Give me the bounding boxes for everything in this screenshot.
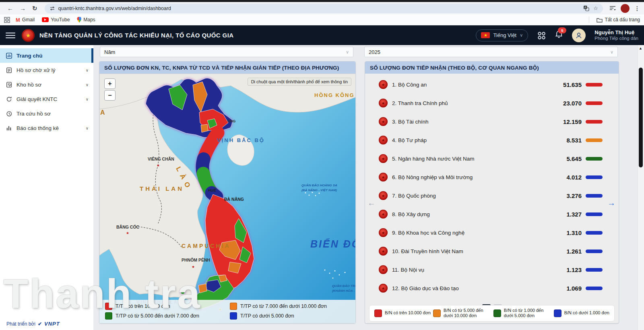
map-zoom-in-button[interactable]: + [104,78,116,89]
user-avatar[interactable] [572,29,586,42]
ministry-row[interactable]: ★ 10. Đài Truyền hình Việt Nam 1.261 [365,242,619,260]
sidebar-item-file-archive[interactable]: Kho hồ sơ ∨ [0,77,93,92]
ministry-emblem-icon: ★ [379,265,388,274]
sidebar-item-resolve-kntc[interactable]: Giải quyết KNTC ∨ [0,92,93,106]
ministry-value: 51.635 [563,81,582,88]
sidebar-item-statistics[interactable]: Báo cáo thống kê ∨ [0,121,93,135]
ministries-legend: B/N có trên 10.000 đơn B/N có từ 5.000 đ… [369,305,615,322]
ministry-row[interactable]: ★ 9. Bộ Khoa học và Công nghệ 1.310 [365,223,619,242]
browser-menu-icon[interactable]: ⋮ [634,5,640,12]
map-label-letter-a: A [100,109,105,116]
ministry-row[interactable]: ★ 5. Ngân hàng Nhà nước Việt Nam 5.645 [365,149,619,168]
ministry-emblem-icon: ★ [379,228,388,237]
legend-swatch [374,309,382,317]
ministry-value: 12.159 [563,118,582,125]
ministry-bar [586,83,603,87]
back-icon[interactable]: ← [7,5,13,12]
ministry-label: 5. Ngân hàng Nhà nước Việt Nam [392,156,475,162]
ministry-label: 8. Bộ Xây dựng [392,211,430,217]
ministry-row[interactable]: ★ 6. Bộ Nông nghiệp và Môi trường 4.012 [365,168,619,186]
ministry-row[interactable]: ★ 8. Bộ Xây dựng 1.327 [365,205,619,223]
user-info[interactable]: Nguyễn Thị Huệ Phòng Tiếp công dân [594,29,638,41]
url-text[interactable]: quantri-kntc.thanhtra.gov.vn/web/admin/d… [58,6,580,11]
ministry-label: 10. Đài Truyền hình Việt Nam [392,248,463,254]
ministry-emblem-icon: ★ [379,117,388,126]
browser-profile-avatar[interactable] [621,4,630,13]
ministry-label: 3. Bộ Tài chính [392,119,429,125]
map-legend-item: T/TP có trên 10.000 đơn [105,303,226,310]
ministry-row[interactable]: ★ 7. Bộ Quốc phòng 3.276 [365,186,619,205]
forward-icon[interactable]: → [20,5,26,12]
map-panel-title: SỐ LƯỢNG ĐƠN KN, TC, KNPA TỪ TCD VÀ TIẾP… [99,62,355,74]
scrollbar-thumb[interactable] [639,68,643,167]
filter-year-select[interactable]: 2025 ∨ [364,47,618,57]
language-selector[interactable]: ★ Tiếng Việt ∨ [476,29,528,41]
dashboard-icon [6,52,12,59]
legend-label: T/TP có trên 10.000 đơn [116,303,170,309]
map-legend-item: T/TP có từ 5.000 đến dưới 7.000 đơn [105,312,226,320]
ministry-row[interactable]: ★ 3. Bộ Tài chính 12.159 [365,112,619,131]
ministry-row[interactable]: ★ 4. Bộ Tư pháp 8.531 [365,131,619,149]
ministry-bar [586,175,603,179]
all-bookmarks-button[interactable]: Tất cả dấu trang [584,16,640,23]
carousel-next-icon[interactable]: → [607,198,615,208]
legend-swatch [105,312,112,320]
bangkok-star: ★ [126,231,129,235]
bar-chart-icon [6,125,12,132]
ministry-emblem-icon: ★ [379,284,388,293]
ministry-value: 1.261 [566,248,582,255]
map-label-truong-sa-1: QUẦN ĐẢO TRƯỜNG SA [332,284,355,288]
filter-type-select[interactable]: Năm ∨ [100,47,353,57]
menu-toggle-icon[interactable] [6,33,15,38]
vnpt-logo-icon: ✔ [38,321,42,327]
bookmark-maps[interactable]: Maps [77,17,95,23]
chevron-down-icon: ∨ [86,82,89,87]
chevron-down-icon: ∨ [520,33,523,38]
ministry-row[interactable]: ★ 11. Bộ Nội vụ 1.123 [365,260,619,279]
site-info-icon[interactable] [50,6,55,11]
notifications-button[interactable]: 5 [555,30,563,40]
sidebar-item-file-lookup[interactable]: Tra cứu hồ sơ [0,106,93,121]
youtube-icon [42,17,49,22]
reading-list-icon[interactable] [609,6,616,11]
address-bar[interactable]: quantri-kntc.thanhtra.gov.vn/web/admin/d… [45,4,603,13]
bookmark-youtube[interactable]: YouTube [42,17,70,23]
ministry-row[interactable]: ★ 1. Bộ Công an 51.635 [365,75,619,94]
ministry-value: 4.012 [566,174,582,181]
ministry-bar [586,157,603,161]
map-label-vientiane: VIÊNG CHĂN [148,157,174,161]
ministries-legend-item: B/N có dưới 1.000 đơn [554,309,609,317]
translate-icon[interactable]: A [583,5,589,11]
apps-launcher-icon[interactable] [537,31,546,40]
chevron-down-icon: ∨ [610,50,613,55]
legend-swatch [230,312,237,320]
ministry-row[interactable]: ★ 12. Bộ Giáo dục và Đào tạo 1.069 [365,279,619,297]
pending-file-icon [6,67,12,74]
legend-label: B/N có trên 10.000 đơn [385,310,431,316]
ministry-row[interactable]: ★ 2. Thanh tra Chính phủ 23.070 [365,94,619,112]
bookmark-gmail[interactable]: M Gmail [16,17,35,23]
scroll-up-arrow[interactable]: ▲ [639,46,642,50]
vietnam-map[interactable]: ★ ★ ★ HỒNG KÔNG VỊNH BẮC BỘ ÒNG VIÊNG CH… [99,74,355,323]
resolve-icon [6,96,12,103]
map-label-phnom-penh: PHNÔM PÊNH [182,258,210,262]
sidebar-item-pending-files[interactable]: Hồ sơ chờ xử lý ∨ [0,63,93,77]
ministry-bar [586,120,603,124]
apps-grid-icon[interactable] [4,17,10,23]
user-name: Nguyễn Thị Huệ [594,29,638,35]
legend-swatch [493,309,501,317]
notification-badge: 5 [558,27,566,33]
legend-label: B/N có từ 1.000 đến dưới 5.000 đơn [504,308,551,319]
map-container: ★ ★ ★ HỒNG KÔNG VỊNH BẮC BỘ ÒNG VIÊNG CH… [99,74,355,323]
legend-swatch [554,309,561,317]
sidebar-item-home[interactable]: Trang chủ [0,48,93,63]
carousel-prev-icon[interactable]: ← [367,198,376,208]
page-scrollbar[interactable]: ▲ [638,45,644,330]
map-label-hue: HUẾ [208,188,216,192]
bookmark-star-icon[interactable]: ☆ [593,5,598,11]
ministry-value: 1.069 [566,285,582,292]
map-zoom-out-button[interactable]: − [104,90,116,101]
reload-icon[interactable]: ↻ [32,5,37,12]
ministry-value: 5.645 [566,155,582,162]
legend-label: T/TP có từ 5.000 đến dưới 7.000 đơn [116,313,199,319]
